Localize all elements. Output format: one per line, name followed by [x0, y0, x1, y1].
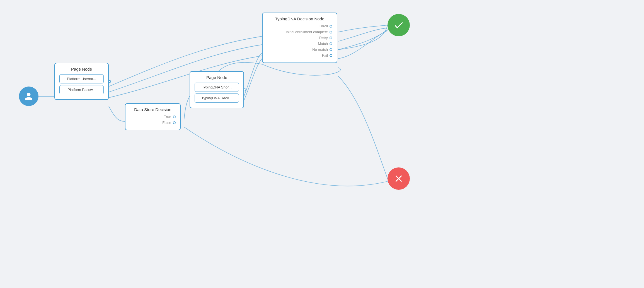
data-store-outputs: True False	[130, 115, 176, 125]
output-match-dot	[330, 42, 332, 45]
page-node-2-title: Page Node	[195, 75, 239, 80]
typingdna-reco-item[interactable]: TypingDNA Reco...	[195, 93, 239, 103]
output-fail-dot	[330, 54, 332, 57]
person-icon	[24, 92, 33, 101]
output-retry-label: Retry	[319, 36, 328, 40]
canvas: Page Node Platform Userna... Platform Pa…	[0, 0, 644, 288]
output-initial-dot	[330, 31, 332, 33]
output-row-nomatch: No match	[267, 47, 332, 52]
page-node-1-output-dot	[108, 80, 111, 83]
typingdna-outputs: Enroll Initial enrollment complete Retry…	[267, 24, 332, 57]
output-retry-dot	[330, 37, 332, 39]
data-store-node[interactable]: Data Store Decision True False	[125, 103, 181, 130]
output-enroll-dot	[330, 25, 332, 28]
output-fail-label: Fail	[322, 53, 328, 57]
data-store-node-title: Data Store Decision	[130, 107, 176, 112]
success-node[interactable]	[388, 14, 410, 36]
page-node-2[interactable]: Page Node TypingDNA Shor... TypingDNA Re…	[190, 71, 244, 108]
typingdna-short-item[interactable]: TypingDNA Shor...	[195, 83, 239, 92]
output-row-true: True	[130, 115, 176, 119]
output-nomatch-label: No match	[312, 47, 328, 52]
output-row-retry: Retry	[267, 36, 332, 40]
output-false-label: False	[162, 121, 171, 125]
output-row-fail: Fail	[267, 53, 332, 57]
output-nomatch-dot	[330, 48, 332, 51]
output-false-dot	[173, 121, 176, 124]
page-node-1[interactable]: Page Node Platform Userna... Platform Pa…	[54, 63, 109, 100]
platform-password-item[interactable]: Platform Passw...	[59, 85, 104, 94]
x-icon	[393, 173, 404, 184]
output-true-dot	[173, 116, 176, 118]
output-initial-label: Initial enrollment complete	[286, 30, 328, 34]
typingdna-node-title: TypingDNA Decision Node	[267, 16, 332, 21]
output-match-label: Match	[318, 42, 328, 46]
output-true-label: True	[164, 115, 171, 119]
output-row-false: False	[130, 121, 176, 125]
check-icon	[393, 20, 404, 31]
platform-username-item[interactable]: Platform Userna...	[59, 74, 104, 83]
output-row-enroll: Enroll	[267, 24, 332, 28]
output-enroll-label: Enroll	[319, 24, 328, 28]
start-node[interactable]	[19, 87, 38, 106]
output-row-match: Match	[267, 42, 332, 46]
page-node-1-title: Page Node	[59, 67, 104, 71]
page-node-2-output-dot	[243, 88, 246, 91]
typingdna-decision-node[interactable]: TypingDNA Decision Node Enroll Initial e…	[262, 13, 337, 63]
output-row-initial: Initial enrollment complete	[267, 30, 332, 34]
failure-node[interactable]	[388, 167, 410, 190]
